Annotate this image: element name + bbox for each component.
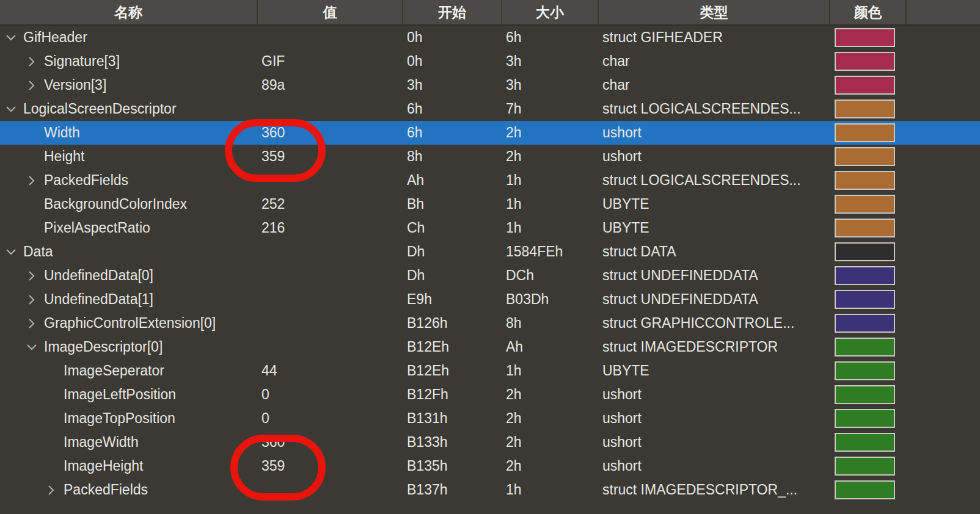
- table-row[interactable]: GraphicControlExtension[0]B126h8hstruct …: [0, 311, 980, 335]
- color-swatch[interactable]: [835, 123, 895, 142]
- spacer-cell: [905, 145, 980, 168]
- chevron-down-icon[interactable]: [26, 341, 38, 353]
- row-start: Dh: [402, 240, 501, 264]
- row-value: [257, 97, 402, 121]
- column-header-value[interactable]: 值: [257, 0, 402, 24]
- table-row[interactable]: ImageSeperator44B12Eh1hUBYTE: [0, 359, 980, 383]
- color-cell: [829, 168, 905, 192]
- chevron-right-icon[interactable]: [26, 79, 38, 92]
- color-swatch[interactable]: [835, 338, 895, 357]
- color-swatch[interactable]: [835, 409, 895, 428]
- chevron-slot: [26, 270, 44, 282]
- row-value: 89a: [257, 73, 402, 97]
- color-swatch[interactable]: [835, 195, 895, 214]
- row-start: 6h: [402, 97, 501, 121]
- row-type: struct UNDEFINEDDATA: [598, 288, 829, 311]
- color-cell: [829, 240, 905, 264]
- row-name: PackedFields: [44, 172, 128, 189]
- table-row[interactable]: ImageLeftPosition0B12Fh2hushort: [0, 383, 980, 407]
- table-row[interactable]: Height3598h2hushort: [0, 145, 980, 168]
- column-header-start[interactable]: 开始: [402, 0, 501, 24]
- color-swatch[interactable]: [835, 28, 895, 47]
- table-row[interactable]: DataDh1584FEhstruct DATA: [0, 240, 980, 264]
- chevron-right-icon[interactable]: [45, 484, 57, 496]
- color-swatch[interactable]: [835, 361, 895, 380]
- row-name: PackedFields: [64, 482, 148, 498]
- row-value: 216: [257, 216, 402, 240]
- name-cell: ImageTopPosition: [0, 407, 257, 430]
- chevron-right-icon[interactable]: [26, 175, 38, 187]
- name-cell: Signature[3]: [0, 49, 257, 73]
- row-value: 0: [257, 407, 402, 430]
- row-size: DCh: [501, 264, 598, 288]
- color-swatch[interactable]: [835, 100, 895, 118]
- row-type: UBYTE: [598, 359, 829, 383]
- chevron-down-icon[interactable]: [5, 32, 17, 44]
- row-size: 2h: [501, 121, 598, 145]
- table-row[interactable]: PixelAspectRatio216Ch1hUBYTE: [0, 216, 980, 240]
- color-cell: [829, 311, 905, 335]
- name-cell: PackedFields: [0, 168, 257, 192]
- column-header-type[interactable]: 类型: [598, 0, 829, 24]
- color-swatch[interactable]: [835, 385, 895, 404]
- table-row[interactable]: UndefinedData[0]DhDChstruct UNDEFINEDDAT…: [0, 264, 980, 288]
- color-cell: [829, 192, 905, 216]
- chevron-down-icon[interactable]: [5, 246, 17, 258]
- row-type: ushort: [598, 145, 829, 168]
- table-row[interactable]: ImageDescriptor[0]B12EhAhstruct IMAGEDES…: [0, 335, 980, 359]
- table-row[interactable]: LogicalScreenDescriptor6h7hstruct LOGICA…: [0, 97, 980, 121]
- table-row[interactable]: Signature[3]GIF0h3hchar: [0, 49, 980, 73]
- table-row[interactable]: PackedFieldsB137h1hstruct IMAGEDESCRIPTO…: [0, 478, 980, 502]
- color-swatch[interactable]: [835, 290, 895, 309]
- color-swatch[interactable]: [835, 171, 895, 190]
- color-swatch[interactable]: [835, 266, 895, 285]
- color-swatch[interactable]: [835, 76, 895, 95]
- chevron-down-icon[interactable]: [5, 103, 17, 115]
- color-swatch[interactable]: [835, 314, 895, 333]
- row-type: UBYTE: [598, 192, 829, 216]
- color-swatch[interactable]: [835, 433, 895, 452]
- spacer-cell: [905, 335, 980, 359]
- spacer-cell: [905, 168, 980, 192]
- spacer-cell: [905, 121, 980, 145]
- row-value: [257, 311, 402, 335]
- name-cell: Width: [0, 121, 257, 145]
- color-cell: [829, 26, 905, 49]
- table-row[interactable]: PackedFieldsAh1hstruct LOGICALSCREENDES.…: [0, 168, 980, 192]
- color-swatch[interactable]: [835, 219, 895, 237]
- chevron-right-icon[interactable]: [26, 294, 38, 306]
- table-row[interactable]: ImageHeight359B135h2hushort: [0, 454, 980, 478]
- name-cell: Data: [0, 240, 257, 264]
- chevron-right-icon[interactable]: [26, 56, 38, 68]
- chevron-right-icon[interactable]: [26, 270, 38, 282]
- name-cell: ImageHeight: [0, 454, 257, 478]
- color-swatch[interactable]: [835, 242, 895, 261]
- spacer-cell: [905, 73, 980, 97]
- color-swatch[interactable]: [835, 52, 895, 71]
- table-row[interactable]: GifHeader0h6hstruct GIFHEADER: [0, 26, 980, 49]
- table-row[interactable]: Version[3]89a3h3hchar: [0, 73, 980, 97]
- column-header-size[interactable]: 大小: [501, 0, 598, 24]
- column-header-color[interactable]: 颜色: [829, 0, 905, 24]
- chevron-right-icon[interactable]: [26, 317, 38, 330]
- chevron-slot: [5, 246, 23, 258]
- row-name: UndefinedData[0]: [44, 267, 153, 284]
- row-value: [257, 335, 402, 359]
- color-swatch[interactable]: [835, 480, 895, 499]
- table-row[interactable]: ImageTopPosition0B131h2hushort: [0, 407, 980, 430]
- table-row[interactable]: UndefinedData[1]E9hB03Dhstruct UNDEFINED…: [0, 288, 980, 311]
- color-swatch[interactable]: [835, 147, 895, 166]
- table-row[interactable]: BackgroundColorIndex252Bh1hUBYTE: [0, 192, 980, 216]
- row-name: ImageDescriptor[0]: [44, 339, 163, 355]
- table-row[interactable]: ImageWidth360B133h2hushort: [0, 430, 980, 454]
- column-header-name[interactable]: 名称: [0, 0, 257, 24]
- table-row[interactable]: Width3606h2hushort: [0, 121, 980, 145]
- row-start: Ah: [402, 168, 501, 192]
- chevron-slot: [26, 222, 44, 234]
- spacer-cell: [905, 240, 980, 264]
- chevron-slot: [45, 436, 64, 449]
- row-start: 0h: [402, 49, 501, 73]
- color-cell: [829, 430, 905, 454]
- color-swatch[interactable]: [835, 457, 895, 476]
- row-size: 7h: [501, 97, 598, 121]
